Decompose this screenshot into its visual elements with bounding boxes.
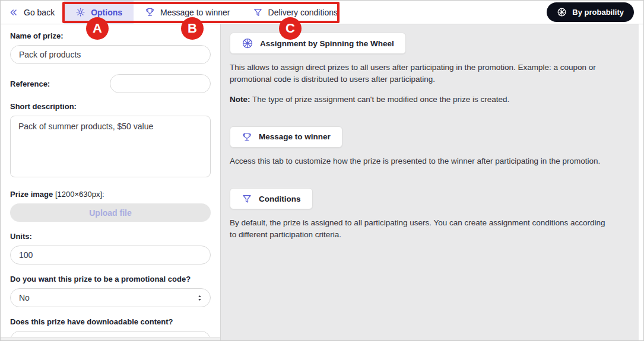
tab-delivery-conditions[interactable]: Delivery conditions	[242, 1, 350, 24]
horizontal-scrollbar[interactable]	[1, 337, 220, 341]
assignment-info-area: Assignment by Spinning the Wheel This al…	[221, 24, 639, 341]
by-probability-label: By probability	[572, 8, 624, 17]
assignment-note: Note: The type of prize assignment can't…	[230, 94, 611, 106]
go-back-button[interactable]: Go back	[9, 1, 64, 24]
prize-tabs: Options Message to winner Delivery condi…	[64, 1, 349, 24]
prize-form-panel: Name of prize: Reference: Short descript…	[1, 24, 221, 341]
upload-file-button[interactable]: Upload file	[10, 203, 211, 222]
tab-options[interactable]: Options	[64, 1, 134, 24]
tab-message-to-winner-label: Message to winner	[160, 8, 230, 17]
conditions-button[interactable]: Conditions	[230, 188, 313, 209]
tab-delivery-conditions-label: Delivery conditions	[268, 8, 338, 17]
funnel-icon	[242, 193, 252, 204]
go-back-label: Go back	[24, 8, 55, 17]
assignment-by-spinning-wheel-button[interactable]: Assignment by Spinning the Wheel	[230, 33, 406, 54]
message-to-winner-description: Access this tab to customize how the pri…	[230, 155, 611, 167]
reference-input[interactable]	[110, 74, 211, 93]
funnel-icon	[253, 7, 263, 17]
spinning-wheel-icon	[242, 37, 253, 49]
by-probability-button[interactable]: By probability	[547, 2, 634, 22]
promo-code-select[interactable]: No	[10, 288, 211, 307]
spinning-wheel-icon	[557, 7, 567, 17]
note-text: The type of prize assignment can't be mo…	[250, 95, 510, 104]
note-label: Note:	[230, 95, 250, 104]
promo-code-select-value: No	[19, 293, 30, 302]
conditions-card-title: Conditions	[259, 195, 301, 203]
name-of-prize-label: Name of prize:	[10, 31, 211, 40]
units-label: Units:	[10, 232, 211, 241]
gear-icon	[75, 7, 85, 17]
right-margin-strip	[639, 24, 643, 341]
name-of-prize-input[interactable]	[10, 45, 211, 64]
short-description-label: Short description:	[10, 102, 211, 111]
message-to-winner-card-title: Message to winner	[259, 132, 331, 141]
double-chevron-left-icon	[9, 8, 18, 17]
trophy-icon	[242, 132, 252, 142]
units-input[interactable]	[10, 246, 211, 264]
downloadable-question-label: Does this prize have downloadable conten…	[10, 317, 211, 326]
promo-code-question-label: Do you want this prize to be a promotion…	[10, 275, 211, 283]
prize-image-label: Prize image [1200×630px]:	[10, 190, 211, 199]
content-row: Name of prize: Reference: Short descript…	[1, 24, 643, 341]
assignment-card-title: Assignment by Spinning the Wheel	[260, 39, 394, 48]
assignment-description: This allows to assign direct prizes to a…	[230, 62, 611, 86]
reference-label: Reference:	[10, 79, 50, 88]
prize-image-size-hint: [1200×630px]:	[53, 190, 104, 199]
prize-editor-page: Go back Options Message to winner Delive…	[0, 0, 644, 341]
top-bar: Go back Options Message to winner Delive…	[1, 1, 643, 24]
short-description-textarea[interactable]: Pack of summer products, $50 value	[10, 116, 211, 177]
trophy-icon	[145, 7, 155, 17]
tab-options-label: Options	[91, 8, 122, 17]
tab-message-to-winner[interactable]: Message to winner	[134, 1, 242, 24]
message-to-winner-button[interactable]: Message to winner	[230, 126, 342, 148]
conditions-description: By default, the prize is assigned to all…	[230, 217, 611, 241]
select-stepper-icon	[196, 294, 203, 302]
